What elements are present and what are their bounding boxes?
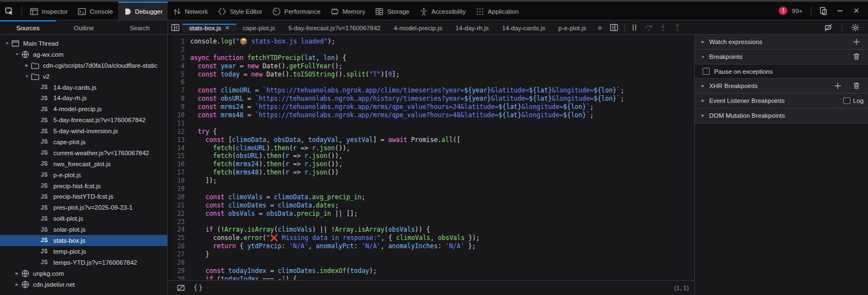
- code-line[interactable]: 2: [172, 46, 694, 54]
- tab-outline[interactable]: Outline: [56, 20, 112, 34]
- tree-item-precip-hist-fcst.js[interactable]: JSprecip-hist-fcst.js: [0, 181, 167, 192]
- chevron-down-icon[interactable]: ▼: [23, 74, 31, 78]
- remove-all-button[interactable]: [849, 52, 864, 61]
- code-line[interactable]: 16 fetch(mrms24).then(r => r.json()),: [172, 160, 694, 168]
- line-number[interactable]: 21: [172, 201, 190, 210]
- line-number[interactable]: 14: [172, 144, 190, 152]
- tree-item-unpkg.com[interactable]: ▶unpkg.com: [0, 268, 167, 279]
- tree-item-14-day-rh.js[interactable]: JS14-day-rh.js: [0, 92, 167, 103]
- file-tab-14-day-cards.js[interactable]: 14-day-cards.js: [495, 24, 552, 31]
- collapse-sources-panel-button[interactable]: [168, 23, 183, 32]
- tree-item-Main Thread[interactable]: ▼Main Thread: [0, 38, 167, 49]
- code-line[interactable]: 25 console.error("❌ Missing data in resp…: [172, 234, 694, 242]
- tab-inspector[interactable]: Inspector: [25, 2, 73, 20]
- close-devtools-button[interactable]: ✕: [849, 4, 864, 18]
- code-line[interactable]: 27 }: [172, 250, 694, 259]
- tab-style-editor[interactable]: Style Editor: [213, 2, 267, 20]
- tree-item-p-e-plot.js[interactable]: JSp-e-plot.js: [0, 170, 167, 181]
- line-number[interactable]: 10: [172, 111, 190, 119]
- expand-end-panel-button[interactable]: [607, 23, 621, 32]
- tab-network[interactable]: Network: [168, 2, 213, 20]
- blackbox-source-button[interactable]: [174, 283, 188, 292]
- code-line[interactable]: 26 return { ytdPrecip: 'N/A', anomalyPct…: [172, 242, 694, 250]
- code-line[interactable]: 17 fetch(mrms48).then(r => r.json()): [172, 168, 694, 177]
- code-line[interactable]: 14 fetch(climoURL).then(r => r.json()),: [172, 144, 694, 152]
- chevron-down-icon[interactable]: ▼: [13, 52, 21, 56]
- line-number[interactable]: 9: [172, 103, 190, 111]
- code-line[interactable]: 4 const year = new Date().getFullYear();: [172, 62, 694, 70]
- section-header-breakpoints[interactable]: ▼Breakpoints: [695, 50, 868, 64]
- tree-item-pres-plot.js[interactable]: JSpres-plot.js?v=2025-09-23-1: [0, 202, 167, 213]
- code-line[interactable]: 22 const obsVals = obsData.precip_in || …: [172, 210, 694, 218]
- code-editor[interactable]: 1console.log("📦 stats-box.js loaded");23…: [168, 35, 694, 295]
- line-number[interactable]: 7: [172, 86, 190, 95]
- code-line[interactable]: 28: [172, 259, 694, 267]
- tree-item-cdn-cgi/scripts/7d0fa10a/cloudflare-static[interactable]: ▶cdn-cgi/scripts/7d0fa10a/cloudflare-sta…: [0, 60, 167, 71]
- tree-item-cape-plot.js[interactable]: JScape-plot.js: [0, 136, 167, 148]
- tree-item-4-model-precip.js[interactable]: JS4-model-precip.js: [0, 103, 167, 114]
- pause-on-exceptions-row[interactable]: Pause on exceptions: [695, 64, 868, 79]
- line-number[interactable]: 18: [172, 177, 190, 185]
- deactivate-breakpoints-button[interactable]: [821, 23, 836, 32]
- log-checkbox[interactable]: Log: [843, 97, 864, 104]
- tree-item-5-day-wind-inversion.js[interactable]: JS5-day-wind-inversion.js: [0, 125, 167, 136]
- code-line[interactable]: 11: [172, 119, 694, 128]
- code-line[interactable]: 15 fetch(obsURL).then(r => r.json()),: [172, 152, 694, 160]
- chevron-right-icon[interactable]: ▶: [699, 113, 707, 118]
- line-number[interactable]: 12: [172, 128, 190, 136]
- line-number[interactable]: 16: [172, 160, 190, 168]
- chevron-right-icon[interactable]: ▶: [13, 282, 21, 287]
- chevron-right-icon[interactable]: ▶: [23, 63, 31, 68]
- tree-item-current-weather.js[interactable]: JScurrent-weather.js?v=1760067842: [0, 148, 167, 159]
- code-line[interactable]: 23: [172, 218, 694, 226]
- add-button[interactable]: [849, 37, 864, 46]
- tab-sources[interactable]: Sources: [0, 20, 56, 34]
- tree-item-precip-histYTD-fcst.js[interactable]: JSprecip-histYTD-fcst.js: [0, 191, 167, 202]
- tab-application[interactable]: Application: [471, 2, 523, 20]
- responsive-design-mode-button[interactable]: [816, 4, 831, 18]
- code-line[interactable]: 30 if (todayIndex === -1) {: [172, 275, 694, 280]
- tree-item-14-day-cards.js[interactable]: JS14-day-cards.js: [0, 82, 167, 93]
- line-number[interactable]: 27: [172, 250, 190, 259]
- tab-memory[interactable]: Memory: [325, 2, 371, 20]
- tree-item-soilt-plot.js[interactable]: JSsoilt-plot.js: [0, 213, 167, 224]
- chevron-right-icon[interactable]: ▶: [699, 40, 707, 44]
- chevron-right-icon[interactable]: ▶: [699, 84, 707, 88]
- code-line[interactable]: 19: [172, 185, 694, 193]
- line-number[interactable]: 20: [172, 193, 190, 201]
- section-header-watch-expressions[interactable]: ▶Watch expressions: [695, 35, 868, 50]
- line-number[interactable]: 19: [172, 185, 190, 193]
- code-line[interactable]: 24 if (!Array.isArray(climoVals) || !Arr…: [172, 226, 694, 234]
- code-line[interactable]: 18 ]);: [172, 177, 694, 185]
- debugger-settings-button[interactable]: [848, 23, 863, 32]
- tab-search[interactable]: Search: [112, 20, 168, 34]
- code-line[interactable]: 21 const climoDates = climoData.dates;: [172, 201, 694, 210]
- tree-item-temp-plot.js[interactable]: JStemp-plot.js: [0, 246, 167, 257]
- tree-item-ag-wx.com[interactable]: ▼ag-wx.com: [0, 49, 167, 60]
- line-number[interactable]: 13: [172, 136, 190, 144]
- line-number[interactable]: 3: [172, 54, 190, 62]
- code-line[interactable]: 5 const today = new Date().toISOString()…: [172, 70, 694, 79]
- chevron-right-icon[interactable]: ▶: [13, 271, 21, 276]
- add-button[interactable]: [831, 81, 845, 90]
- tab-console[interactable]: Console: [73, 2, 118, 20]
- code-line[interactable]: 13 const [climoData, obsData, todayVal, …: [172, 136, 694, 144]
- line-number[interactable]: 24: [172, 226, 190, 234]
- tab-storage[interactable]: Storage: [370, 2, 414, 20]
- file-tab-stats-box.js[interactable]: stats-box.js✕: [183, 24, 236, 31]
- tree-item-5-day-forecast.js[interactable]: JS5-day-forecast.js?v=1760067842: [0, 114, 167, 125]
- file-tab-4-model-precip.js[interactable]: 4-model-precip.js: [387, 24, 449, 31]
- pause-button[interactable]: [627, 23, 642, 32]
- tab-accessibility[interactable]: Accessibility: [414, 2, 471, 20]
- file-tab-5-day-forecast.js[interactable]: 5-day-forecast.js?v=1760067842: [281, 24, 387, 31]
- code-line[interactable]: 3async function fetchYTDPrecip(lat, lon)…: [172, 54, 694, 62]
- line-number[interactable]: 8: [172, 95, 190, 103]
- file-tab-p-e-plot.js[interactable]: p-e-plot.js: [552, 24, 593, 31]
- pretty-print-button[interactable]: {}: [193, 284, 203, 292]
- tab-debugger[interactable]: Debugger: [118, 2, 168, 20]
- line-number[interactable]: 22: [172, 210, 190, 218]
- line-number[interactable]: 11: [172, 119, 190, 128]
- tree-item-stats-box.js[interactable]: JSstats-box.js: [0, 235, 167, 246]
- code-line[interactable]: 6: [172, 78, 694, 86]
- line-number[interactable]: 5: [172, 70, 190, 79]
